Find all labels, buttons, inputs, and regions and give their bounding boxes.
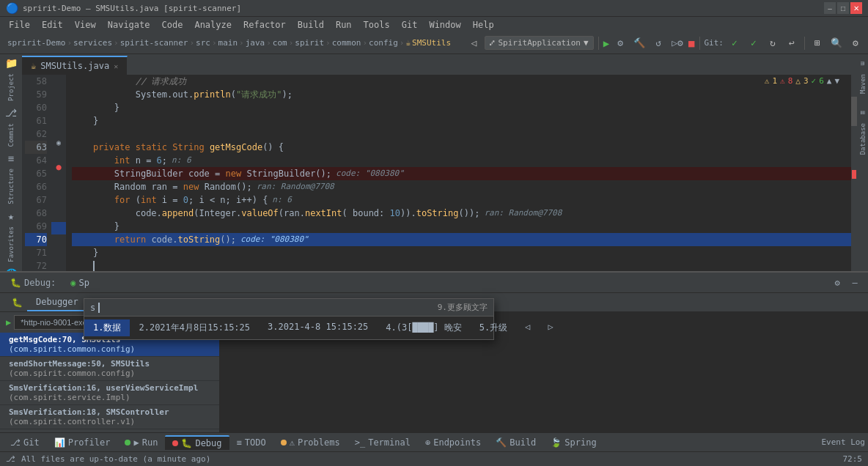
menu-analyze[interactable]: Analyze bbox=[188, 18, 238, 32]
debugger-label[interactable]: Debugger bbox=[27, 294, 87, 311]
debug-settings-button[interactable]: ⚙ bbox=[830, 275, 845, 290]
editor-wrapper: ⚠ 1 ⚠ 8 △ 3 ✓ 6 ▲ ▼ 58 59 60 61 bbox=[22, 75, 857, 271]
maximize-button[interactable]: □ bbox=[837, 2, 849, 14]
git-revert-button[interactable]: ↩ bbox=[784, 35, 800, 51]
bottom-tab-terminal[interactable]: >_ Terminal bbox=[347, 436, 418, 449]
breadcrumb-services[interactable]: services bbox=[73, 38, 112, 48]
bottom-tab-build[interactable]: 🔨 Build bbox=[488, 436, 543, 449]
frame-item-2[interactable]: sendShortMessage:50, SMSUtils (com.spiri… bbox=[0, 357, 219, 381]
gutter-63[interactable]: ◉ bbox=[51, 136, 66, 149]
menu-git[interactable]: Git bbox=[396, 18, 424, 32]
bottom-tab-run[interactable]: ▶ Run bbox=[117, 436, 165, 449]
minimize-button[interactable]: – bbox=[824, 2, 836, 14]
autocomplete-item-1[interactable]: 1.数据 bbox=[84, 319, 130, 336]
breadcrumb-java[interactable]: java bbox=[246, 38, 265, 48]
close-button[interactable]: ✕ bbox=[850, 2, 862, 14]
gutter-65[interactable]: ● bbox=[51, 160, 66, 173]
branch-name: SpiritApplication bbox=[498, 38, 581, 48]
autocomplete-item-2[interactable]: 2.2021年4月8日15:15:25 bbox=[130, 319, 259, 336]
bottom-tab-todo[interactable]: ≡ TODO bbox=[229, 436, 273, 449]
bottom-tab-profiler[interactable]: 📊 Profiler bbox=[47, 436, 118, 449]
autocomplete-item-3[interactable]: 3.2021-4-8 15:15:25 bbox=[259, 319, 377, 336]
view-button[interactable]: ⊞ bbox=[809, 35, 825, 51]
sidebar-item-favorites[interactable]: ★ bbox=[1, 210, 21, 222]
event-log-label[interactable]: Event Log bbox=[821, 437, 865, 447]
code-content[interactable]: // 请求成功 System . out . println ( "请求成功" … bbox=[66, 75, 857, 271]
warn-icon-1: ⚠ bbox=[765, 76, 770, 86]
menu-build[interactable]: Build bbox=[292, 18, 330, 32]
menu-edit[interactable]: Edit bbox=[36, 18, 69, 32]
menubar: File Edit View Navigate Code Analyze Ref… bbox=[0, 16, 868, 32]
frame-item-3[interactable]: SmsVerification:16, userViewServiceImpl … bbox=[0, 381, 219, 405]
maven-icon[interactable]: m bbox=[858, 57, 868, 70]
debug-close-button[interactable]: — bbox=[847, 275, 862, 290]
sidebar-item-commit[interactable]: ⎇ bbox=[1, 107, 21, 119]
frame-item-4[interactable]: SmsVerification:18, SMSController (com.s… bbox=[0, 405, 219, 429]
breadcrumb-project[interactable]: spririt-Demo bbox=[7, 38, 65, 48]
search-button[interactable]: 🔍 bbox=[828, 35, 845, 51]
menu-tools[interactable]: Tools bbox=[358, 18, 396, 32]
debug-app-session[interactable]: ◉ Sp bbox=[66, 276, 94, 289]
run-config-button[interactable]: ▷⚙ bbox=[669, 35, 685, 51]
debug-tab-icon: 🐛 bbox=[181, 438, 192, 448]
breadcrumb-spirit[interactable]: spirit bbox=[295, 38, 324, 48]
menu-code[interactable]: Code bbox=[156, 18, 189, 32]
autocomplete-nav-prev[interactable]: ◁ bbox=[516, 319, 539, 336]
structure-label[interactable]: Structure bbox=[7, 169, 15, 204]
gutter-70 bbox=[51, 222, 66, 234]
back-button[interactable]: ◁ bbox=[466, 35, 482, 51]
menu-run[interactable]: Run bbox=[330, 18, 358, 32]
chevron-down-icon: ▼ bbox=[584, 38, 589, 48]
debug-tab-main[interactable]: 🐛 Debug: bbox=[6, 276, 60, 289]
run-button[interactable]: ▶ bbox=[603, 37, 609, 49]
autocomplete-item-5[interactable]: 5.升级 bbox=[471, 319, 516, 336]
database-icon[interactable]: ≣ bbox=[858, 106, 868, 119]
menu-refactor[interactable]: Refactor bbox=[238, 18, 292, 32]
branch-selector[interactable]: ⑇ SpiritApplication ▼ bbox=[485, 36, 593, 50]
breadcrumb-file[interactable]: SMSUtils bbox=[412, 38, 451, 48]
autocomplete-item-4[interactable]: 4.(3[████] 晚安 bbox=[377, 319, 470, 336]
maven-label[interactable]: Maven bbox=[858, 70, 868, 98]
menu-window[interactable]: Window bbox=[423, 18, 466, 32]
bottom-tab-spring[interactable]: 🍃 Spring bbox=[543, 436, 603, 449]
bottom-tab-debug[interactable]: 🐛 Debug bbox=[165, 435, 229, 450]
menu-view[interactable]: View bbox=[69, 18, 102, 32]
settings-button[interactable]: ⚙ bbox=[847, 35, 864, 51]
favorites-label[interactable]: Favorites bbox=[7, 226, 15, 262]
status-right-area: Event Log bbox=[821, 437, 865, 447]
tab-smsutils[interactable]: ☕ SMSUtils.java ✕ bbox=[22, 56, 128, 75]
gutter-66 bbox=[51, 173, 66, 185]
git-update-button[interactable]: ↻ bbox=[765, 35, 781, 51]
database-label[interactable]: Database bbox=[858, 119, 868, 159]
commit-label[interactable]: Commit bbox=[7, 123, 15, 147]
menu-help[interactable]: Help bbox=[467, 18, 500, 32]
rebuild-button[interactable]: ↺ bbox=[650, 35, 666, 51]
menu-file[interactable]: File bbox=[3, 18, 36, 32]
bottom-tab-problems[interactable]: ⚠ Problems bbox=[273, 436, 347, 449]
stop-button[interactable]: ■ bbox=[688, 37, 694, 49]
sidebar-item-project[interactable]: 📁 bbox=[1, 57, 21, 69]
line-numbers: 58 59 60 61 62 63 64 65 66 67 68 69 70 7… bbox=[22, 75, 51, 271]
spring-tab-icon: 🍃 bbox=[551, 437, 562, 448]
code-line-72 bbox=[72, 259, 851, 271]
bottom-tab-git[interactable]: ⎇ Git bbox=[3, 436, 47, 449]
breadcrumb-src[interactable]: src bbox=[196, 38, 210, 48]
breadcrumb-com[interactable]: com bbox=[273, 38, 287, 48]
sidebar-item-structure[interactable]: ≡ bbox=[1, 152, 21, 164]
breadcrumb-main[interactable]: main bbox=[218, 38, 238, 48]
tab-close-button[interactable]: ✕ bbox=[114, 62, 118, 70]
breadcrumb-scanner[interactable]: spirit-scanner bbox=[120, 38, 188, 48]
breadcrumb-config[interactable]: config bbox=[369, 38, 398, 48]
breadcrumb-common[interactable]: common bbox=[332, 38, 361, 48]
autocomplete-nav-next[interactable]: ▷ bbox=[540, 319, 562, 336]
project-label[interactable]: Project bbox=[7, 73, 15, 101]
status-right: 72:5 bbox=[843, 454, 863, 464]
autocomplete-input-area: s bbox=[90, 303, 100, 313]
bottom-tab-endpoints[interactable]: ⊕ Endpoints bbox=[418, 436, 488, 449]
scrollbar-thumb[interactable] bbox=[851, 97, 857, 126]
scrollbar[interactable] bbox=[851, 75, 857, 271]
toolbar-right: ◁ ⑇ SpiritApplication ▼ ▶ ⚙ 🔨 ↺ ▷⚙ ■ Git… bbox=[466, 35, 864, 51]
menu-navigate[interactable]: Navigate bbox=[102, 18, 156, 32]
debug-run-button[interactable]: ⚙ bbox=[612, 35, 628, 51]
build-button[interactable]: 🔨 bbox=[631, 35, 647, 51]
